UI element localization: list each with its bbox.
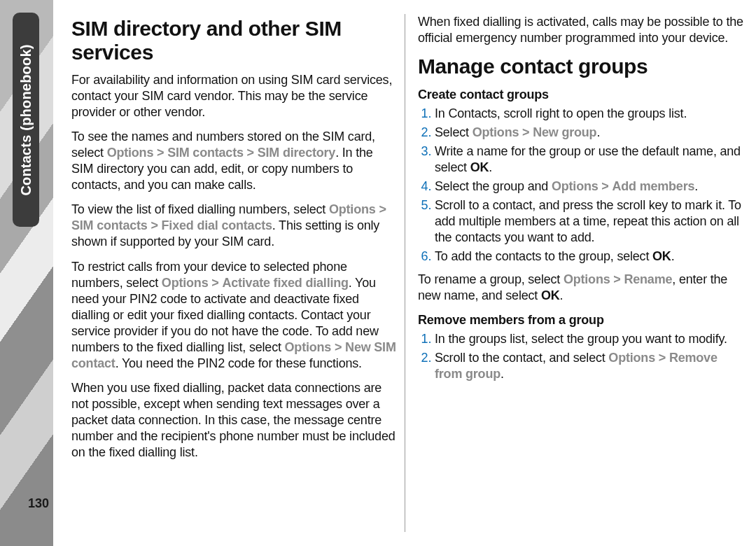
text: . (596, 125, 600, 139)
manual-page: Contacts (phonebook) 130 SIM directory a… (0, 0, 756, 546)
para-restrict-calls: To restrict calls from your device to se… (71, 259, 398, 372)
menu-options: Options (564, 272, 610, 286)
ok-label: OK (470, 160, 489, 174)
text: Scroll to the contact, and select (435, 351, 608, 365)
list-remove-members: In the groups list, select the group you… (418, 331, 744, 382)
chevron-icon: > (211, 276, 218, 290)
menu-sim-directory: SIM directory (258, 146, 335, 160)
heading-manage-contact-groups: Manage contact groups (418, 55, 744, 78)
left-decorative-band: Contacts (phonebook) 130 (0, 0, 53, 546)
text: . (560, 288, 564, 302)
text: To rename a group, select (418, 272, 564, 286)
text: . (694, 179, 698, 193)
text: Select (435, 125, 472, 139)
text: To view the list of fixed dialling numbe… (71, 202, 329, 216)
chevron-icon: > (150, 218, 158, 232)
chevron-icon: > (613, 272, 620, 286)
list-item: Scroll to the contact, and select Option… (435, 350, 744, 382)
column-left: SIM directory and other SIM services For… (64, 14, 405, 532)
menu-activate-fixed-dialling: Activate fixed dialling (222, 276, 348, 290)
list-item: Scroll to a contact, and press the scrol… (435, 197, 744, 246)
menu-rename: Rename (624, 272, 672, 286)
text: . (489, 160, 492, 174)
chevron-icon: > (522, 125, 529, 139)
content-area: SIM directory and other SIM services For… (53, 0, 756, 546)
chevron-icon: > (601, 179, 608, 193)
text: To add the contacts to the group, select (435, 249, 652, 263)
para-packet-data: When you use fixed dialling, packet data… (71, 380, 398, 461)
text: Select the group and (435, 179, 552, 193)
para-rename-group: To rename a group, select Options > Rena… (418, 272, 744, 304)
para-see-names: To see the names and numbers stored on t… (71, 129, 398, 193)
list-item: Select Options > New group. (435, 125, 744, 141)
chevron-icon: > (157, 146, 164, 160)
menu-fixed-dial-contacts: Fixed dial contacts (162, 218, 272, 232)
menu-options: Options (608, 351, 655, 365)
menu-add-members: Add members (612, 179, 694, 193)
text: . (671, 249, 675, 263)
menu-options: Options (472, 125, 519, 139)
chevron-icon: > (335, 340, 342, 354)
ok-label: OK (541, 288, 560, 302)
list-item: In Contacts, scroll right to open the gr… (435, 106, 744, 122)
menu-sim-contacts: SIM contacts (167, 146, 244, 160)
menu-sim-contacts: SIM contacts (71, 218, 148, 232)
heading-sim-directory: SIM directory and other SIM services (71, 17, 398, 64)
list-item: Write a name for the group or use the de… (435, 144, 744, 176)
chevron-icon: > (379, 202, 386, 216)
text: . (500, 367, 504, 381)
subheading-remove-members: Remove members from a group (418, 312, 744, 328)
list-item: In the groups list, select the group you… (435, 331, 744, 347)
ok-label: OK (652, 249, 671, 263)
menu-options: Options (285, 340, 332, 354)
para-availability: For availability and information on usin… (71, 72, 398, 120)
chevron-icon: > (247, 146, 254, 160)
section-tab: Contacts (phonebook) (13, 13, 39, 227)
list-item: Select the group and Options > Add membe… (435, 178, 744, 195)
para-fixed-dial-view: To view the list of fixed dialling numbe… (71, 202, 398, 250)
list-create-groups: In Contacts, scroll right to open the gr… (418, 106, 744, 265)
menu-options: Options (162, 276, 209, 290)
menu-options: Options (329, 202, 376, 216)
column-right: When fixed dialling is activated, calls … (405, 14, 751, 532)
menu-options: Options (107, 146, 154, 160)
menu-options: Options (552, 179, 598, 193)
chevron-icon: > (659, 351, 666, 365)
page-number: 130 (28, 496, 49, 511)
para-emergency: When fixed dialling is activated, calls … (418, 14, 744, 46)
section-tab-label: Contacts (phonebook) (18, 44, 34, 195)
list-item: To add the contacts to the group, select… (435, 248, 744, 265)
subheading-create-contact-groups: Create contact groups (418, 87, 744, 103)
menu-new-group: New group (533, 125, 596, 139)
text: . You need the PIN2 code for these funct… (115, 356, 362, 370)
